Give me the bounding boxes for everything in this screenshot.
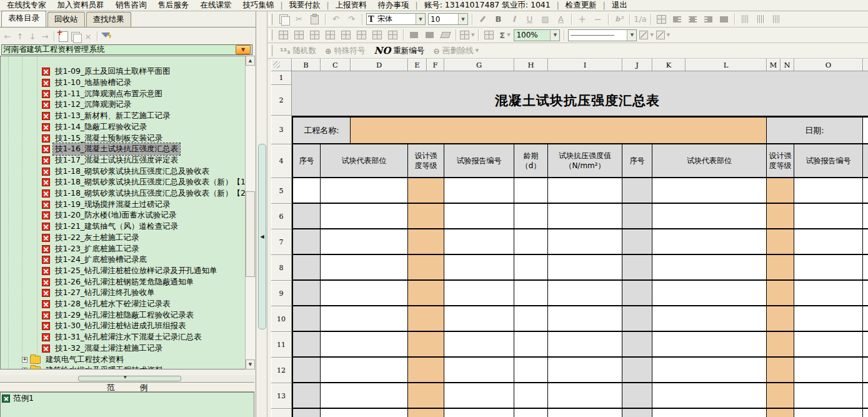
nav-left-icon[interactable]: ← — [1, 31, 14, 42]
cell[interactable] — [292, 409, 321, 417]
cell[interactable] — [444, 255, 514, 281]
eraser-icon[interactable] — [437, 29, 453, 41]
cell[interactable] — [622, 383, 652, 409]
cell[interactable] — [514, 358, 548, 383]
cell[interactable] — [652, 358, 767, 383]
cell[interactable] — [767, 332, 794, 358]
cell[interactable] — [652, 178, 767, 204]
shading-icon[interactable]: ▼ — [655, 29, 671, 41]
copy-form-icon[interactable] — [69, 31, 82, 42]
toolbar-grip[interactable] — [269, 29, 272, 41]
format-painter-icon[interactable] — [475, 13, 491, 26]
cell[interactable] — [444, 358, 514, 383]
row-header-9[interactable]: 9 — [271, 281, 292, 306]
cell[interactable]: 试块代表部位 — [652, 144, 767, 178]
tree-item[interactable]: 技1-18_砌筑砂浆试块抗压强度汇总及验收表（新）【2组 — [1, 188, 254, 199]
cell[interactable] — [321, 281, 408, 306]
cell[interactable] — [767, 229, 794, 255]
menu-item[interactable]: 加入资料员群 — [52, 0, 110, 11]
fill-color-button[interactable]: ▨ — [537, 13, 553, 26]
cell[interactable] — [321, 383, 408, 409]
cell[interactable] — [514, 204, 548, 229]
tree-item[interactable]: 技1-27_钻孔灌注终孔验收单 — [1, 288, 157, 299]
tree-item[interactable]: 技1-22_灰土桩施工记录 — [1, 233, 141, 244]
cell[interactable] — [863, 358, 868, 383]
cell[interactable] — [548, 255, 622, 281]
cell[interactable]: 序号 — [622, 144, 652, 178]
cell[interactable]: 龄期 （d） — [514, 144, 548, 178]
paste-icon[interactable] — [307, 13, 322, 26]
menu-item[interactable]: 我要付款 — [284, 0, 326, 11]
cell[interactable] — [548, 332, 622, 358]
expand-icon[interactable]: + — [22, 357, 27, 363]
cell[interactable] — [767, 281, 794, 306]
cell[interactable] — [863, 116, 868, 144]
cell[interactable] — [321, 204, 408, 229]
row-spacing-icon[interactable] — [406, 29, 422, 41]
cell[interactable] — [794, 332, 863, 358]
cell[interactable] — [652, 332, 767, 358]
tree-folder[interactable]: +建筑给水排水及采暖工程技术资料 — [1, 365, 165, 369]
tree-item[interactable]: 技1-18_砌筑砂浆试块抗压强度汇总及验收表（新）【1- — [1, 177, 251, 188]
row-header-2[interactable]: 2 — [271, 85, 292, 116]
column-header-J[interactable]: J — [622, 59, 652, 71]
menu-item[interactable]: 技巧集锦 — [237, 0, 280, 11]
tree-item[interactable]: 技1-11_沉降观测点布置示意图 — [1, 88, 164, 99]
cell[interactable] — [622, 281, 652, 306]
cell[interactable]: 设计强 度等级 — [408, 144, 444, 178]
row-header-4[interactable]: 4 — [271, 144, 292, 178]
cell[interactable] — [514, 229, 548, 255]
tree-item[interactable]: 技1-29_钻孔灌注桩隐蔽工程验收记录表 — [1, 309, 196, 321]
menu-item[interactable]: 售后服务 — [152, 0, 195, 11]
cell[interactable] — [863, 383, 868, 409]
menu-item[interactable]: 待办事项 — [372, 0, 415, 11]
insert-picture-icon[interactable] — [481, 29, 497, 41]
cell[interactable] — [408, 229, 444, 255]
cell[interactable] — [292, 306, 321, 332]
vertical-text-icon-1[interactable] — [737, 13, 753, 26]
cell[interactable] — [548, 281, 622, 306]
cell[interactable] — [863, 281, 868, 306]
cell[interactable] — [652, 229, 767, 255]
cell[interactable] — [622, 178, 652, 204]
column-header-I[interactable]: I — [548, 59, 622, 71]
font-name-combo[interactable]: T宋体▼ — [366, 13, 426, 25]
cell[interactable] — [652, 255, 767, 281]
cell[interactable] — [794, 409, 863, 417]
cell[interactable] — [514, 178, 548, 204]
cell[interactable] — [622, 255, 652, 281]
column-header-F[interactable]: F — [427, 59, 444, 71]
cell[interactable] — [863, 178, 868, 204]
column-header-O[interactable]: O — [794, 59, 863, 71]
cell[interactable] — [767, 383, 794, 409]
cell[interactable]: 龄期 （d） — [863, 144, 868, 178]
column-header-M[interactable]: M — [767, 59, 781, 71]
row-header-10[interactable]: 10 — [271, 306, 292, 332]
cell[interactable] — [292, 281, 321, 306]
align-right-icon[interactable] — [701, 13, 716, 26]
cell[interactable] — [794, 281, 863, 306]
vertical-text-icon-3[interactable] — [769, 13, 784, 26]
align-left-icon[interactable] — [669, 13, 685, 26]
renumber-button[interactable]: NO重新编号 — [374, 45, 424, 56]
cell[interactable] — [863, 229, 868, 255]
tree-item[interactable]: 技1-15_混凝土预制板安装记录 — [1, 133, 164, 144]
cell[interactable] — [514, 281, 548, 306]
tree-item[interactable]: 技1-21_建筑抽气（风）道检查记录 — [1, 221, 180, 233]
tree-item[interactable]: 技1-32_混凝土灌注桩施工记录 — [1, 343, 164, 354]
toolbar-grip[interactable] — [269, 45, 272, 56]
row-header-3[interactable]: 3 — [271, 116, 292, 144]
distribute-cols-icon[interactable] — [369, 29, 385, 41]
increase-icon[interactable]: + — [574, 13, 590, 26]
fraction-icon[interactable]: 1/a — [632, 13, 648, 26]
tree-item[interactable]: 技1-12_沉降观测记录 — [1, 99, 133, 111]
cell[interactable] — [408, 281, 444, 306]
cell[interactable] — [408, 178, 444, 204]
decrease-icon[interactable]: − — [590, 13, 606, 26]
toolbar-grip[interactable] — [269, 14, 272, 25]
delete-row-icon[interactable] — [291, 29, 307, 41]
cell[interactable] — [652, 281, 767, 306]
border-style-icon[interactable]: ▼ — [638, 29, 654, 41]
cell[interactable] — [767, 178, 794, 204]
protect-cell-icon[interactable] — [385, 29, 401, 41]
